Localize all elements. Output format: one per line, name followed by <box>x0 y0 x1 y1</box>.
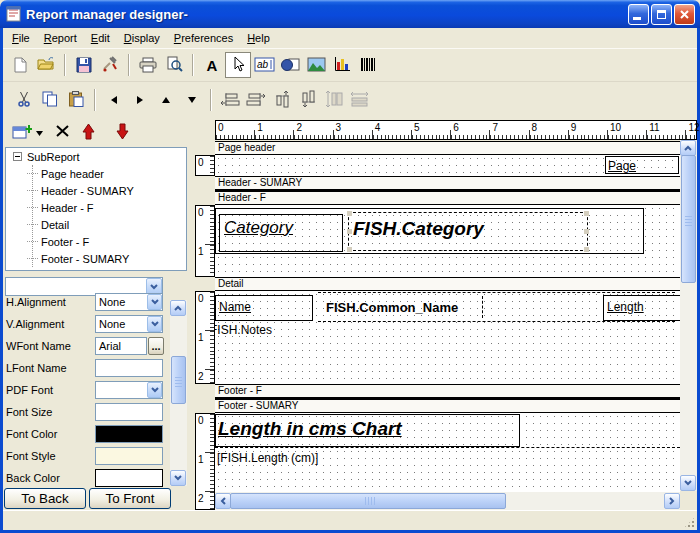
close-button[interactable] <box>674 4 695 25</box>
name-label-element[interactable]: Name <box>215 295 313 321</box>
chevron-down-icon[interactable] <box>147 382 162 398</box>
band-title-header-sumary[interactable]: Header - SUMARY <box>215 176 680 191</box>
menu-help[interactable]: Help <box>241 29 278 47</box>
to-back-button[interactable]: To Back <box>4 488 86 509</box>
back-color-swatch[interactable] <box>95 469 163 487</box>
menu-display[interactable]: Display <box>118 29 168 47</box>
minimize-button[interactable] <box>628 4 649 25</box>
same-width-button[interactable] <box>347 87 373 113</box>
scroll-up-icon[interactable] <box>680 140 696 156</box>
band-footer-sumary[interactable]: Length in cms Chart [FISH.Length (cm)] <box>215 413 680 492</box>
scroll-down-icon[interactable] <box>680 475 696 491</box>
selection-handle[interactable] <box>347 211 352 216</box>
menu-report[interactable]: Report <box>38 29 85 47</box>
add-band-dropdown-caret[interactable] <box>36 126 43 138</box>
new-button[interactable] <box>7 52 33 78</box>
pointer-tool-button[interactable] <box>225 52 251 78</box>
menu-file[interactable]: File <box>6 29 38 47</box>
tree-item-header-sumary[interactable]: Header - SUMARY <box>6 182 186 199</box>
scrollbar-thumb[interactable] <box>681 155 696 283</box>
page-number-element[interactable]: Page <box>605 156 679 174</box>
band-title-footer-f[interactable]: Footer - F <box>215 384 680 399</box>
cut-button[interactable] <box>11 87 37 113</box>
chevron-down-icon[interactable] <box>147 316 162 332</box>
scroll-right-icon[interactable] <box>664 493 680 509</box>
lfont-name-field[interactable] <box>95 359 163 377</box>
band-detail[interactable]: FISH.Common_Name Name Length FISH.Notes <box>215 291 680 384</box>
nudge-right-button[interactable] <box>127 87 153 113</box>
tree-item-page-header[interactable]: Page header <box>6 165 186 182</box>
selection-handle[interactable] <box>584 211 589 216</box>
print-button[interactable] <box>135 52 161 78</box>
open-button[interactable] <box>33 52 59 78</box>
band-title-footer-sumary[interactable]: Footer - SUMARY <box>215 399 680 413</box>
scroll-down-icon[interactable] <box>170 470 186 486</box>
align-bottom-button[interactable] <box>295 87 321 113</box>
barcode-tool-button[interactable] <box>355 52 381 78</box>
tree-item-detail[interactable]: Detail <box>6 216 186 233</box>
align-right-button[interactable] <box>243 87 269 113</box>
category-field-element[interactable]: FISH.Category <box>348 212 588 251</box>
font-color-swatch[interactable] <box>95 425 163 443</box>
band-header-f[interactable]: Category FISH.Category <box>215 205 680 277</box>
copy-button[interactable] <box>37 87 63 113</box>
category-label-element[interactable]: Category <box>219 214 343 252</box>
nudge-up-button[interactable] <box>153 87 179 113</box>
to-front-button[interactable]: To Front <box>89 488 171 509</box>
length-label-element[interactable]: Length <box>603 295 680 321</box>
font-size-field[interactable] <box>95 403 163 421</box>
band-title-page-header[interactable]: Page header <box>215 141 680 155</box>
image-tool-button[interactable] <box>303 52 329 78</box>
wfont-browse-button[interactable]: ... <box>148 337 164 355</box>
wfont-name-field[interactable]: Arial <box>95 337 147 355</box>
design-vertical-scrollbar[interactable] <box>680 140 697 491</box>
h-alignment-dropdown[interactable]: None <box>95 293 163 311</box>
nudge-down-button[interactable] <box>179 87 205 113</box>
nudge-left-button[interactable] <box>101 87 127 113</box>
chart-tool-button[interactable] <box>329 52 355 78</box>
tree-item-footer-f[interactable]: Footer - F <box>6 233 186 250</box>
collapse-icon[interactable] <box>13 152 22 161</box>
resize-grip[interactable] <box>683 516 696 529</box>
move-band-down-button[interactable] <box>109 119 135 145</box>
paste-button[interactable] <box>63 87 89 113</box>
selection-handle[interactable] <box>584 247 589 252</box>
print-preview-button[interactable] <box>161 52 187 78</box>
chevron-down-icon[interactable] <box>147 294 162 310</box>
move-band-up-button[interactable] <box>75 119 101 145</box>
font-style-field[interactable] <box>95 447 163 465</box>
menu-edit[interactable]: Edit <box>85 29 118 47</box>
add-band-button[interactable] <box>9 119 35 145</box>
chart-title-element[interactable]: Length in cms Chart <box>215 414 520 447</box>
design-horizontal-scrollbar[interactable] <box>215 492 680 510</box>
report-settings-button[interactable] <box>97 52 123 78</box>
band-page-header[interactable]: Page <box>215 155 680 176</box>
tree-item-header-f[interactable]: Header - F <box>6 199 186 216</box>
shape-tool-button[interactable] <box>277 52 303 78</box>
maximize-button[interactable] <box>651 4 672 25</box>
band-title-detail[interactable]: Detail <box>215 277 680 291</box>
notes-field-element[interactable]: FISH.Notes <box>215 323 272 337</box>
selection-handle[interactable] <box>584 229 589 234</box>
delete-band-button[interactable] <box>49 119 75 145</box>
align-top-button[interactable] <box>269 87 295 113</box>
tree-item-subreport[interactable]: SubReport <box>6 148 186 165</box>
editbox-tool-button[interactable]: ab <box>251 52 277 78</box>
label-tool-button[interactable]: A <box>199 52 225 78</box>
menu-preferences[interactable]: Preferences <box>168 29 241 47</box>
property-scrollbar[interactable] <box>170 300 187 486</box>
band-title-header-f[interactable]: Header - F <box>215 191 680 205</box>
scroll-left-icon[interactable] <box>215 493 231 509</box>
selection-handle[interactable] <box>347 247 352 252</box>
v-alignment-dropdown[interactable]: None <box>95 315 163 333</box>
align-left-button[interactable] <box>217 87 243 113</box>
scroll-up-icon[interactable] <box>170 300 186 316</box>
pdf-font-dropdown[interactable] <box>95 381 163 399</box>
scrollbar-thumb[interactable] <box>171 356 186 404</box>
scrollbar-thumb[interactable] <box>230 493 506 509</box>
chart-field-element[interactable]: [FISH.Length (cm)] <box>217 451 318 465</box>
same-height-button[interactable] <box>321 87 347 113</box>
save-button[interactable] <box>71 52 97 78</box>
tree-item-footer-sumary[interactable]: Footer - SUMARY <box>6 250 186 267</box>
selection-handle[interactable] <box>347 229 352 234</box>
